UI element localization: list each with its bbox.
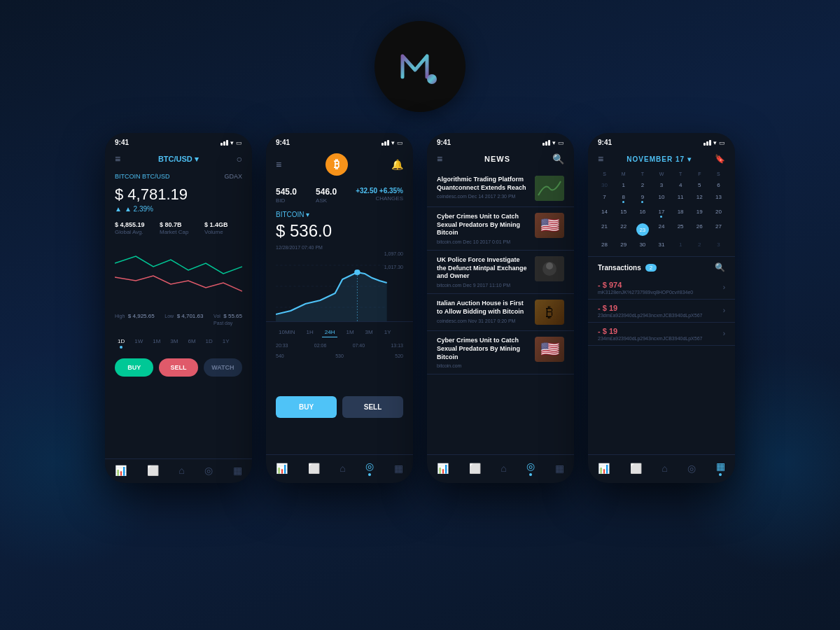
- cal-day-17[interactable]: 17: [652, 206, 671, 220]
- tab-1m[interactable]: 1M: [343, 328, 356, 337]
- cal-day-11[interactable]: 11: [671, 191, 690, 206]
- transaction-3[interactable]: - $ 19 234m£a923940dLp2943ncxmJCB3940dLp…: [588, 323, 735, 346]
- cal-day-3b[interactable]: 3: [709, 239, 728, 251]
- cal-day-9[interactable]: 9: [633, 191, 652, 206]
- cal-day-28[interactable]: 28: [595, 239, 614, 251]
- news-item-4[interactable]: Italian Auction House is First to Allow …: [427, 294, 574, 331]
- menu-icon-3[interactable]: ≡: [437, 153, 442, 164]
- news-item-2[interactable]: Cyber Crimes Unit to Catch Sexual Predat…: [427, 207, 574, 251]
- cal-day-5[interactable]: 5: [690, 179, 709, 191]
- buy-button-2[interactable]: BUY: [276, 396, 337, 418]
- month-title[interactable]: NOVEMBER 17 ▾: [626, 155, 691, 163]
- cal-day-14[interactable]: 14: [595, 206, 614, 220]
- cal-day-25[interactable]: 25: [671, 220, 690, 239]
- nav-globe-4[interactable]: ◎: [687, 463, 696, 474]
- cal-day-19[interactable]: 19: [690, 206, 709, 220]
- cal-day-18[interactable]: 18: [671, 206, 690, 220]
- trans-search-icon[interactable]: 🔍: [715, 262, 725, 272]
- tab-1h[interactable]: 1H: [304, 328, 316, 337]
- cal-day-23-today[interactable]: 23: [633, 220, 652, 239]
- tab-3m[interactable]: 3M: [363, 328, 376, 337]
- cal-day-1[interactable]: 1: [614, 179, 633, 191]
- cal-day-30b[interactable]: 30: [633, 239, 652, 251]
- nav-charts-2[interactable]: 📊: [276, 463, 288, 474]
- cal-day-31[interactable]: 31: [652, 239, 671, 251]
- nav-home-2[interactable]: ⌂: [340, 463, 345, 474]
- phone-calendar: 9:41 ▾ ▭ ≡ NOVEMBER 17 ▾ 🔖 S M T W: [588, 133, 735, 483]
- cal-day-20[interactable]: 20: [709, 206, 728, 220]
- tab-10min[interactable]: 10MIN: [276, 328, 298, 337]
- sell-button-2[interactable]: SELL: [342, 396, 403, 418]
- menu-icon-1[interactable]: ≡: [115, 153, 120, 164]
- cal-day-10[interactable]: 10: [652, 191, 671, 206]
- stat-label-2: Market Cap: [160, 229, 197, 235]
- status-bar-4: 9:41 ▾ ▭: [588, 133, 735, 149]
- menu-icon-2[interactable]: ≡: [276, 159, 281, 170]
- profile-icon-1[interactable]: ○: [237, 153, 242, 164]
- nav-calendar-3[interactable]: ▦: [555, 463, 564, 474]
- cal-day-12[interactable]: 12: [690, 191, 709, 206]
- nav-charts[interactable]: 📊: [115, 465, 127, 476]
- cal-day-15[interactable]: 15: [614, 206, 633, 220]
- cal-day-29[interactable]: 29: [614, 239, 633, 251]
- tab-1y[interactable]: 1Y: [382, 328, 394, 337]
- cal-day-6[interactable]: 6: [709, 179, 728, 191]
- nav-globe-3[interactable]: ◎: [526, 461, 535, 476]
- cal-day-2[interactable]: 2: [633, 179, 652, 191]
- chart-label-530: 530: [335, 354, 344, 358]
- cal-day-27[interactable]: 27: [709, 220, 728, 239]
- cal-day-21[interactable]: 21: [595, 220, 614, 239]
- buy-button-1[interactable]: BUY: [115, 358, 153, 377]
- nav-calendar[interactable]: ▦: [233, 465, 242, 476]
- search-icon-3[interactable]: 🔍: [552, 153, 564, 164]
- watch-button-1[interactable]: WATCH: [204, 358, 242, 377]
- range-1m[interactable]: 1M: [150, 337, 163, 350]
- range-1d[interactable]: 1D: [115, 337, 127, 350]
- nav-globe[interactable]: ◎: [204, 465, 213, 476]
- nav-tv-2[interactable]: ⬜: [308, 463, 320, 474]
- transaction-1[interactable]: - $ 974 mK3128enJK%2737989vq8HOP0cv#834e…: [588, 276, 735, 300]
- cal-day-26[interactable]: 26: [690, 220, 709, 239]
- nav-home-4[interactable]: ⌂: [662, 463, 667, 474]
- cal-day-7[interactable]: 7: [595, 191, 614, 206]
- cal-day-2b[interactable]: 2: [690, 239, 709, 251]
- news-item-1[interactable]: Algorithmic Trading Platform Quantconnec…: [427, 170, 574, 207]
- cal-day-8[interactable]: 8: [614, 191, 633, 206]
- coin-name[interactable]: BITCOIN ▾: [276, 211, 309, 218]
- nav-calendar-4[interactable]: ▦: [716, 461, 725, 476]
- transaction-2[interactable]: - $ 19 23dm£a923940dLp2943ncxmJCB3940dLp…: [588, 300, 735, 323]
- news-item-3[interactable]: UK Police Force Investigate the Defunct …: [427, 251, 574, 294]
- cal-day-22[interactable]: 22: [614, 220, 633, 239]
- nav-tv[interactable]: ⬜: [147, 465, 159, 476]
- tab-24h[interactable]: 24H: [322, 328, 338, 337]
- signal-bar: [223, 141, 225, 146]
- cal-day-16[interactable]: 16: [633, 206, 652, 220]
- range-1y[interactable]: 1Y: [220, 337, 232, 350]
- range-1d2[interactable]: 1D: [203, 337, 216, 350]
- news-item-5[interactable]: Cyber Crimes Unit to Catch Sexual Predat…: [427, 331, 574, 374]
- btc-price: $ 4,781.19: [105, 184, 252, 205]
- range-3m[interactable]: 3M: [167, 337, 181, 350]
- range-1w[interactable]: 1W: [132, 337, 146, 350]
- cal-day-24[interactable]: 24: [652, 220, 671, 239]
- sell-button-1[interactable]: SELL: [159, 358, 197, 377]
- cal-day-30[interactable]: 30: [595, 179, 614, 191]
- cal-day-4[interactable]: 4: [671, 179, 690, 191]
- pair-title[interactable]: BTC/USD ▾: [158, 155, 199, 164]
- nav-tv-4[interactable]: ⬜: [630, 463, 642, 474]
- nav-tv-3[interactable]: ⬜: [469, 463, 481, 474]
- nav-home-3[interactable]: ⌂: [500, 463, 506, 474]
- nav-calendar-2[interactable]: ▦: [394, 463, 403, 474]
- cal-day-1b[interactable]: 1: [671, 239, 690, 251]
- range-6m[interactable]: 6M: [185, 337, 198, 350]
- nav-home[interactable]: ⌂: [178, 465, 184, 476]
- news-source-3: bitcoin.com Dec 9 2017 11:10 PM: [437, 283, 529, 288]
- bookmark-icon[interactable]: 🔖: [715, 154, 725, 164]
- cal-day-13[interactable]: 13: [709, 191, 728, 206]
- menu-icon-4[interactable]: ≡: [598, 153, 603, 164]
- nav-charts-3[interactable]: 📊: [437, 463, 449, 474]
- nav-charts-4[interactable]: 📊: [598, 463, 610, 474]
- nav-globe-2[interactable]: ◎: [365, 461, 374, 476]
- bell-icon[interactable]: 🔔: [391, 159, 403, 170]
- cal-day-3[interactable]: 3: [652, 179, 671, 191]
